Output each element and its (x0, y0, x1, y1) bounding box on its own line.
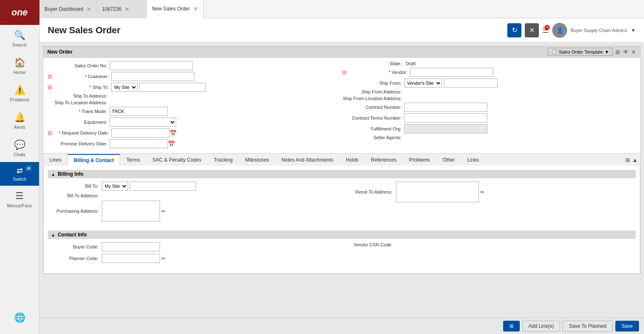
refresh-button[interactable]: ↻ (507, 23, 521, 37)
tab-close-buyer-dashboard[interactable]: ✕ (86, 6, 91, 12)
input-ship-from[interactable] (444, 79, 498, 88)
input-request-delivery[interactable] (111, 128, 170, 138)
input-ship-to[interactable] (139, 83, 206, 92)
tab-expand-btn[interactable]: ⊞ (625, 157, 630, 163)
template-label: Sales Order Template (559, 49, 603, 54)
sidebar-bottom: 🌐 (12, 303, 27, 334)
panel-view-btn[interactable]: 👁 (623, 49, 629, 55)
select-ship-from[interactable]: Vendor's Site (404, 79, 442, 88)
tab-other[interactable]: Other (436, 154, 461, 166)
select-equipment[interactable] (110, 118, 176, 127)
contact-info-title: Contact Info (58, 232, 87, 238)
menu-button[interactable]: ☰ ★ (542, 26, 549, 35)
header-right: 📋 Sales Order Template ▼ ⊞ 👁 ✕ (548, 48, 636, 56)
input-contract-number[interactable] (404, 103, 487, 112)
tab-close-new-sales-order[interactable]: ✕ (193, 5, 198, 12)
required-icon-delivery: ⊙ (47, 130, 52, 136)
row-equipment: Equipment: (47, 118, 342, 127)
row-trans-mode: * Trans Mode: TRCK (47, 107, 342, 116)
panel-close-btn[interactable]: ✕ (631, 49, 636, 55)
row-contract-terms: Contract Terms Number: (342, 113, 637, 123)
user-dropdown-arrow[interactable]: ▼ (631, 27, 636, 33)
input-contract-terms[interactable] (404, 113, 487, 123)
sidebar-item-problems[interactable]: ⚠️ Problems (0, 80, 39, 107)
input-sales-order-no[interactable] (110, 61, 193, 70)
edit-planner-code-icon[interactable]: ✏ (161, 255, 166, 262)
sidebar-item-globe[interactable]: 🌐 (12, 307, 27, 330)
select-bill-to[interactable]: My Site (102, 182, 128, 191)
sidebar-item-search[interactable]: 🔍 Search (0, 25, 39, 52)
label-ship-from-address: Ship From Address: (342, 89, 404, 94)
tab-tracking[interactable]: Tracking (207, 154, 239, 166)
form-panel-header: New Order 📋 Sales Order Template ▼ ⊞ 👁 ✕ (43, 46, 640, 58)
input-bill-to[interactable] (130, 182, 196, 191)
edit-purchasing-address-icon[interactable]: ✏ (161, 208, 166, 214)
template-button[interactable]: 📋 Sales Order Template ▼ (548, 48, 613, 56)
tab-notes[interactable]: Notes And Attachments (275, 154, 339, 166)
label-ship-to: * Ship To: (53, 85, 111, 90)
required-icon-customer: ⊙ (47, 73, 52, 80)
tab-billing-contact[interactable]: Billing & Contact (68, 154, 120, 166)
tab-buyer-dashboard[interactable]: Buyer Dashboard ✕ (39, 0, 97, 18)
row-ship-to-location: Ship To Location Address: (47, 100, 342, 105)
sidebar-item-chats[interactable]: 💬 Chats (0, 135, 39, 162)
row-ship-from-location: Ship From Location Address: (342, 96, 637, 101)
tab-close-1067236[interactable]: ✕ (125, 6, 130, 12)
billing-cols: Bill To: My Site Bill To Address: Pur (48, 182, 636, 224)
label-sales-order-no: Sales Order No: (47, 63, 110, 68)
label-purchasing-address: Purchasing Address: (48, 209, 102, 214)
panel-icon-btn1[interactable]: ⊞ (615, 49, 620, 55)
row-contract-number: Contract Number: (342, 103, 637, 112)
select-ship-to[interactable]: My Site (111, 83, 138, 92)
label-trans-mode: * Trans Mode: (47, 109, 110, 114)
chats-icon: 💬 (14, 140, 25, 150)
calendar-promise-delivery[interactable]: 📅 (168, 140, 175, 147)
edit-remit-to-icon[interactable]: ✏ (480, 189, 485, 195)
input-customer[interactable] (111, 72, 194, 81)
input-purchasing-address[interactable] (102, 201, 160, 221)
tab-holds[interactable]: Holds (339, 154, 365, 166)
input-planner-code[interactable] (102, 254, 160, 263)
label-contract-number: Contract Number: (342, 105, 404, 110)
tab-sac-penalty[interactable]: SAC & Penalty Codes (146, 154, 207, 166)
label-customer: * Customer: (53, 74, 111, 79)
menus-icon: ☰ (15, 191, 24, 201)
tab-lines[interactable]: Lines (43, 154, 68, 166)
sidebar-item-home[interactable]: 🏠 Home (0, 52, 39, 80)
tab-new-sales-order[interactable]: New Sales Order ✕ (147, 0, 203, 18)
tab-1067236[interactable]: 1067236 ✕ (97, 0, 147, 18)
input-promise-delivery[interactable] (110, 139, 168, 148)
input-vendor[interactable] (410, 68, 493, 77)
form-main: Sales Order No: ⊙ * Customer: ⊙ * Ship T… (47, 61, 636, 150)
grid-button[interactable]: ⊞ (503, 321, 520, 332)
tab-terms[interactable]: Terms (120, 154, 146, 166)
sidebar-item-alerts[interactable]: 🔔 Alerts (0, 107, 39, 135)
tab-problems-tab[interactable]: Problems (403, 154, 436, 166)
row-bill-to-address: Bill To Address: (48, 193, 342, 198)
save-planned-button[interactable]: Save To Planned (563, 321, 613, 332)
sidebar-item-menus[interactable]: ☰ Menus/Favs (0, 186, 39, 213)
row-ship-from-address: Ship From Address: (342, 89, 637, 94)
contact-info-section-header[interactable]: ▲ Contact Info (48, 231, 636, 239)
tab-collapse-btn[interactable]: ▲ (632, 157, 638, 163)
calendar-request-delivery[interactable]: 📅 (170, 130, 177, 136)
input-buyer-code[interactable] (102, 242, 160, 251)
input-remit-to[interactable] (396, 182, 479, 202)
tab-milestones[interactable]: Milestones (239, 154, 275, 166)
form-right: State: Draft ⊙ * Vendor: Ship From: Vend… (342, 61, 637, 150)
header-actions: ↻ ✕ ☰ ★ 👤 Buyer Supply Chain Admin1 ▼ (507, 23, 636, 38)
close-page-button[interactable]: ✕ (525, 23, 539, 37)
contact-cols: Buyer Code: Planner Code: ✏ Vend (48, 242, 636, 265)
label-contract-terms: Contract Terms Number: (342, 115, 404, 120)
sidebar-label-menus: Menus/Favs (7, 203, 32, 208)
tab-links[interactable]: Links (461, 154, 485, 166)
label-bill-to: Bill To: (48, 184, 102, 189)
tab-content-billing: ▲ Billing Info Bill To: My Site (43, 166, 640, 274)
save-button[interactable]: Save (615, 321, 639, 332)
label-equipment: Equipment: (47, 120, 110, 125)
sidebar-item-switch[interactable]: ⇄ ■ Switch (0, 162, 39, 186)
tab-references[interactable]: References (365, 154, 403, 166)
input-trans-mode[interactable]: TRCK (110, 107, 168, 116)
add-lines-button[interactable]: Add Line(s) (522, 321, 560, 332)
billing-info-section-header[interactable]: ▲ Billing Info (48, 170, 636, 178)
